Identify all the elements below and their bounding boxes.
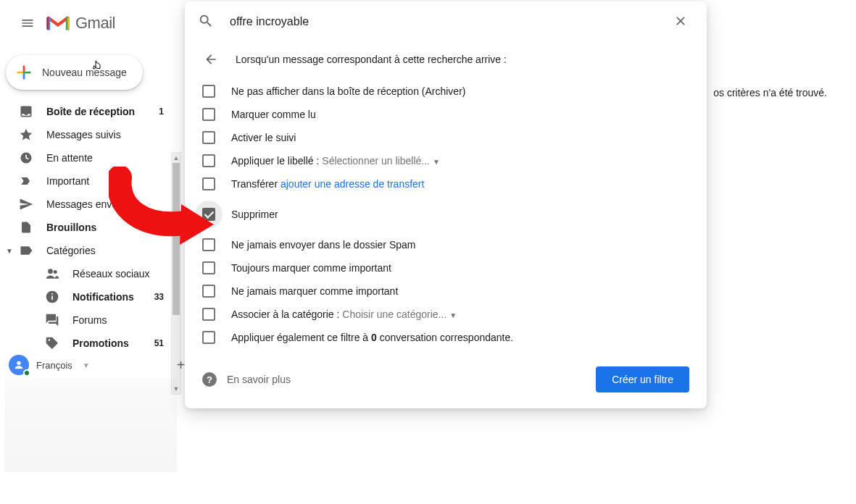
checkbox-also-apply[interactable] bbox=[202, 331, 215, 344]
checkbox-delete-ring bbox=[195, 201, 223, 228]
no-results-message: os critères n'a été trouvé. bbox=[713, 87, 827, 98]
chevron-down-icon: ▼ bbox=[3, 247, 16, 255]
star-icon bbox=[19, 127, 33, 142]
opt-never-important: Ne jamais marquer comme important bbox=[231, 285, 398, 297]
checkbox-always-important[interactable] bbox=[202, 261, 215, 274]
people-icon bbox=[45, 266, 59, 281]
avatar bbox=[9, 355, 29, 375]
sidebar-item-important[interactable]: Important bbox=[0, 169, 173, 193]
create-filter-button[interactable]: Créer un filtre bbox=[596, 366, 689, 392]
clear-search-button[interactable] bbox=[668, 8, 694, 36]
opt-skip-inbox: Ne pas afficher dans la boîte de récepti… bbox=[231, 85, 465, 97]
main-menu-button[interactable] bbox=[12, 7, 43, 39]
info-icon bbox=[45, 290, 59, 304]
checkbox-skip-inbox[interactable] bbox=[202, 85, 215, 98]
inbox-icon bbox=[19, 104, 33, 119]
presence-indicator bbox=[23, 369, 30, 377]
drafts-icon bbox=[19, 220, 33, 235]
gmail-logo[interactable]: Gmail bbox=[46, 14, 115, 33]
opt-also-apply: Appliquer également ce filtre à 0 conver… bbox=[231, 332, 513, 343]
sidebar-item-categories[interactable]: ▼ Catégories bbox=[0, 239, 173, 262]
svg-point-7 bbox=[48, 269, 53, 274]
svg-rect-11 bbox=[51, 293, 53, 295]
checkbox-delete[interactable] bbox=[202, 208, 215, 221]
scroll-up-icon[interactable]: ▲ bbox=[172, 153, 180, 163]
svg-rect-10 bbox=[51, 295, 53, 300]
learn-more-link[interactable]: ? En savoir plus bbox=[202, 372, 291, 387]
checkbox-categorize[interactable] bbox=[202, 308, 215, 321]
opt-mark-read: Marquer comme lu bbox=[231, 109, 316, 120]
hangouts-new-chat-button[interactable]: + bbox=[177, 357, 186, 374]
sidebar-item-snoozed[interactable]: En attente bbox=[0, 146, 173, 169]
filter-panel: Lorsqu'un message correspondant à cette … bbox=[185, 1, 707, 408]
svg-point-12 bbox=[17, 361, 20, 365]
add-forward-address-link[interactable]: ajouter une adresse de transfert bbox=[281, 178, 424, 190]
send-icon bbox=[19, 197, 33, 211]
opt-forward: Transférer ajouter une adresse de transf… bbox=[231, 178, 424, 190]
sidebar-category-updates[interactable]: Notifications 33 bbox=[35, 285, 173, 308]
checkbox-star[interactable] bbox=[202, 131, 215, 144]
hangouts-user-name: François bbox=[36, 360, 72, 371]
filter-title: Lorsqu'un message correspondant à cette … bbox=[236, 54, 507, 65]
hangouts-user-row[interactable]: François ▼ + bbox=[9, 355, 185, 375]
sidebar-item-drafts[interactable]: Brouillons bbox=[0, 216, 173, 239]
search-input[interactable] bbox=[230, 15, 652, 28]
back-button[interactable] bbox=[202, 51, 220, 68]
hangouts-contacts-placeholder bbox=[4, 378, 177, 472]
compose-label: Nouveau message bbox=[42, 67, 127, 78]
chevron-down-icon[interactable]: ▼ bbox=[83, 361, 90, 369]
important-icon bbox=[19, 174, 33, 188]
category-dropdown[interactable]: Choisir une catégorie...▼ bbox=[342, 308, 457, 320]
opt-categorize: Associer à la catégorie : Choisir une ca… bbox=[231, 308, 457, 320]
opt-always-important: Toujours marquer comme important bbox=[231, 262, 391, 274]
scroll-thumb[interactable] bbox=[173, 163, 180, 315]
compose-button[interactable]: Nouveau message bbox=[6, 55, 143, 90]
checkbox-never-spam[interactable] bbox=[202, 238, 215, 251]
sidebar-item-starred[interactable]: Messages suivis bbox=[0, 123, 173, 146]
checkbox-mark-read[interactable] bbox=[202, 108, 215, 121]
sidebar-item-inbox[interactable]: Boîte de réception 1 bbox=[0, 100, 173, 123]
label-icon bbox=[19, 243, 33, 258]
label-dropdown[interactable]: Sélectionner un libellé...▼ bbox=[322, 155, 440, 167]
help-icon: ? bbox=[202, 372, 217, 387]
app-name: Gmail bbox=[75, 14, 115, 33]
sidebar-category-promotions[interactable]: Promotions 51 bbox=[35, 332, 173, 355]
checkbox-apply-label[interactable] bbox=[202, 154, 215, 167]
opt-delete: Supprimer bbox=[231, 209, 278, 220]
opt-never-spam: Ne jamais envoyer dans le dossier Spam bbox=[231, 239, 415, 251]
opt-star: Activer le suivi bbox=[231, 132, 296, 143]
opt-apply-label: Appliquer le libellé : Sélectionner un l… bbox=[231, 155, 440, 167]
checkbox-never-important[interactable] bbox=[202, 285, 215, 298]
svg-point-8 bbox=[54, 270, 57, 274]
sidebar-category-forums[interactable]: Forums bbox=[35, 308, 173, 332]
checkbox-forward[interactable] bbox=[202, 177, 215, 190]
sidebar-item-sent[interactable]: Messages envoyés bbox=[0, 193, 173, 216]
tag-icon bbox=[45, 336, 59, 350]
forum-icon bbox=[45, 313, 59, 327]
search-icon[interactable] bbox=[198, 13, 214, 31]
sidebar-category-social[interactable]: Réseaux sociaux bbox=[35, 262, 173, 285]
clock-icon bbox=[19, 151, 33, 165]
